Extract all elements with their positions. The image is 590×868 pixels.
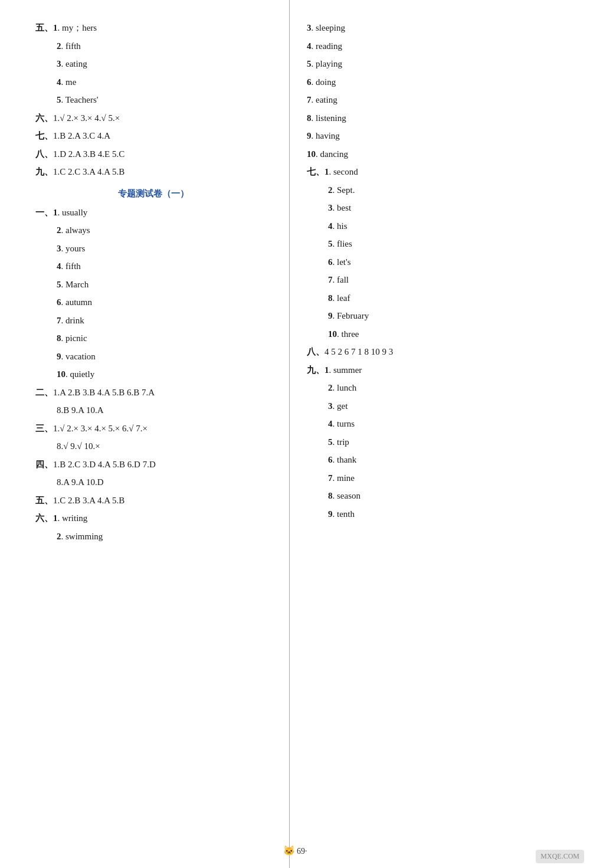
section-yi-7: 7. drink <box>57 313 271 329</box>
right-jiu-8: 8. season <box>328 489 555 504</box>
section-liu-label: 六、 <box>35 113 53 123</box>
left-column: 五、1. my；hers 2. fifth 3. eating 4. me 5.… <box>35 18 271 547</box>
right-10: 10. dancing <box>307 147 555 162</box>
section-liu: 六、1.√ 2.× 3.× 4.√ 5.× <box>35 111 271 126</box>
right-3: 3. sleeping <box>307 21 555 36</box>
right-qi-5: 5. flies <box>328 237 555 252</box>
section-yi-label: 一、 <box>35 208 53 217</box>
right-qi-7: 7. fall <box>328 273 555 288</box>
section-yi-9: 9. vacation <box>57 349 271 365</box>
section-wu2: 五、1.C 2.B 3.A 4.A 5.B <box>35 493 271 509</box>
right-section-qi-header: 七、1. second <box>307 165 555 180</box>
section-si-line1: 四、1.B 2.C 3.D 4.A 5.B 6.D 7.D <box>35 457 271 473</box>
right-7: 7. eating <box>307 93 555 108</box>
section-liu2-2: 2. swimming <box>57 529 271 545</box>
right-section-jiu-header: 九、1. summer <box>307 363 555 378</box>
divider <box>289 0 290 868</box>
num-5: 5 <box>57 95 61 104</box>
right-4: 4. reading <box>307 39 555 54</box>
section-wu-3: 3. eating <box>57 57 271 72</box>
special-title: 专题测试卷（一） <box>35 188 271 199</box>
page: 五、1. my；hers 2. fifth 3. eating 4. me 5.… <box>0 0 590 868</box>
right-jiu-4: 4. turns <box>328 417 555 432</box>
section-yi-8: 8. picnic <box>57 331 271 346</box>
section-ba: 八、1.D 2.A 3.B 4.E 5.C <box>35 147 271 162</box>
right-jiu-5: 5. trip <box>328 435 555 450</box>
right-9: 9. having <box>307 129 555 144</box>
right-qi-10: 10. three <box>328 327 555 342</box>
right-section-ba: 八、4 5 2 6 7 1 8 10 9 3 <box>307 345 555 360</box>
right-qi-8: 8. leaf <box>328 291 555 306</box>
section-si-line2: 8.A 9.A 10.D <box>57 475 271 490</box>
right-5: 5. playing <box>307 57 555 72</box>
right-qi-9: 9. February <box>328 309 555 324</box>
section-wu-2: 2. fifth <box>57 39 271 54</box>
section-wu-header: 五、1. my；hers <box>35 21 271 36</box>
right-qi-6: 6. let's <box>328 255 555 270</box>
right-jiu-2: 2. lunch <box>328 381 555 396</box>
num-2: 2 <box>57 41 61 51</box>
section-yi-header: 一、1. usually <box>35 205 271 221</box>
watermark: MXQE.COM <box>536 850 584 863</box>
section-liu2-header: 六、1. writing <box>35 511 271 526</box>
section-wu-1-num: 1. <box>53 23 62 32</box>
right-jiu-7: 7. mine <box>328 471 555 486</box>
right-6: 6. doing <box>307 75 555 90</box>
section-san-line2: 8.√ 9.√ 10.× <box>57 439 271 454</box>
right-jiu-9: 9. tenth <box>328 507 555 522</box>
right-jiu-6: 6. thank <box>328 453 555 468</box>
section-yi-6: 6. autumn <box>57 295 271 310</box>
section-jiu: 九、1.C 2.C 3.A 4.A 5.B <box>35 165 271 180</box>
right-qi-3: 3. best <box>328 201 555 216</box>
section-yi-3: 3. yours <box>57 241 271 257</box>
section-er-line1: 二、1.A 2.B 3.B 4.A 5.B 6.B 7.A <box>35 385 271 401</box>
cat-icon: 🐱 <box>283 846 295 856</box>
section-er-line2: 8.B 9.A 10.A <box>57 403 271 418</box>
right-qi-2: 2. Sept. <box>328 183 555 198</box>
num-4: 4 <box>57 77 61 87</box>
right-8: 8. listening <box>307 111 555 126</box>
num-3: 3 <box>57 59 61 68</box>
section-ba-label: 八、 <box>35 149 53 159</box>
section-wu-label: 五、 <box>35 23 53 32</box>
section-wu-1-text: my；hers <box>62 23 97 32</box>
section-yi-2: 2. always <box>57 223 271 238</box>
section-yi-4: 4. fifth <box>57 259 271 274</box>
section-yi-5: 5. March <box>57 277 271 293</box>
section-wu-4: 4. me <box>57 75 271 90</box>
section-yi-10: 10. quietly <box>57 367 271 382</box>
right-column: 3. sleeping 4. reading 5. playing 6. doi… <box>307 18 555 525</box>
section-qi-label: 七、 <box>35 131 53 140</box>
section-wu-5: 5. Teachers' <box>57 93 271 108</box>
page-footer: 🐱 69· <box>0 845 590 856</box>
section-san-line1: 三、1.√ 2.× 3.× 4.× 5.× 6.√ 7.× <box>35 421 271 437</box>
section-qi: 七、1.B 2.A 3.C 4.A <box>35 129 271 144</box>
section-jiu-label: 九、 <box>35 167 53 176</box>
right-jiu-3: 3. get <box>328 399 555 414</box>
right-qi-4: 4. his <box>328 219 555 234</box>
page-number: 69 <box>297 847 305 856</box>
